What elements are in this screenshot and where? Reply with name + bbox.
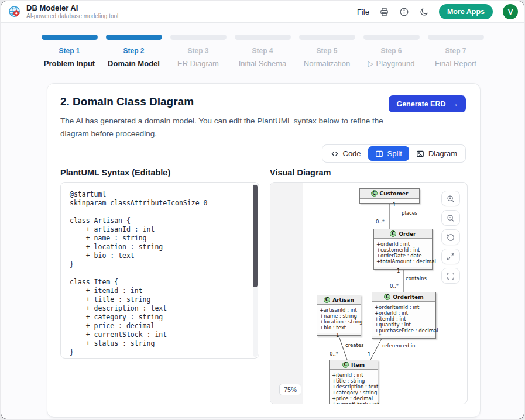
moon-icon[interactable] — [419, 7, 429, 17]
class-icon: C — [371, 190, 378, 197]
generate-erd-button[interactable]: Generate ERD → — [389, 95, 466, 112]
step-normalization[interactable]: Step 5 Normalization — [295, 35, 359, 68]
class-name: Item — [351, 362, 365, 368]
editor-scrollbar[interactable] — [253, 184, 258, 357]
class-attribute: +itemId : int — [375, 316, 433, 322]
app-logo-icon — [8, 5, 22, 19]
step-progress-bar — [299, 35, 355, 40]
class-name: Artisan — [332, 297, 354, 303]
zoom-out-icon — [447, 214, 455, 222]
class-attribute: +orderDate : date — [376, 253, 430, 259]
step-number: Step 2 — [123, 47, 144, 55]
image-icon — [416, 150, 424, 158]
class-attribute: +location : string — [320, 319, 358, 325]
class-attribute: +orderItemId : int — [375, 304, 433, 310]
relation-label: creates — [345, 342, 363, 348]
zoom-in-button[interactable] — [441, 191, 460, 206]
printer-icon[interactable] — [379, 7, 389, 17]
class-icon: C — [342, 362, 349, 368]
class-customer: C Customer — [359, 188, 420, 204]
avatar[interactable]: V — [503, 4, 518, 19]
class-attribute: +artisanId : int — [320, 307, 358, 313]
multiplicity: 1 — [397, 268, 400, 274]
diagram-panel: C Customer C Order +orderId : int +custo… — [270, 182, 468, 404]
class-attribute: +currentStock : int — [332, 401, 375, 404]
step-final-report[interactable]: Step 7 Final Report — [424, 35, 488, 68]
step-number: Step 5 — [316, 47, 337, 55]
class-name: OrderItem — [393, 294, 423, 300]
toggle-split-label: Split — [387, 149, 402, 158]
menu-file[interactable]: File — [357, 8, 369, 16]
class-attributes: +orderItemId : int +orderId : int +itemI… — [372, 302, 435, 336]
relation-label: referenced in — [382, 343, 415, 349]
plantuml-editor[interactable]: @startuml skinparam classAttributeIconSi… — [60, 182, 259, 359]
class-attribute: +purchasePrice : decimal — [375, 328, 433, 333]
class-attribute: +itemId : int — [332, 372, 375, 378]
info-icon[interactable] — [399, 7, 409, 17]
fit-view-button[interactable] — [441, 268, 460, 284]
step-label: ▷ Playground — [368, 59, 415, 68]
reset-view-button[interactable] — [441, 229, 460, 245]
class-attribute: +orderId : int — [375, 310, 433, 316]
step-number: Step 4 — [252, 47, 273, 55]
card-description: The AI has generated a domain model. You… — [60, 115, 400, 140]
fit-frame-icon — [447, 272, 455, 280]
class-name: Order — [399, 231, 416, 237]
class-header: C Artisan — [317, 295, 361, 305]
toggle-split[interactable]: Split — [368, 146, 409, 161]
zoom-out-button[interactable] — [441, 210, 460, 226]
play-icon: ▷ — [368, 59, 374, 68]
empty-compartment — [372, 336, 435, 338]
step-label: Problem Input — [44, 59, 95, 68]
toggle-code[interactable]: Code — [324, 146, 368, 161]
class-attribute: +totalAmount : decimal — [376, 259, 430, 264]
step-number: Step 3 — [187, 47, 208, 55]
step-initial-schema[interactable]: Step 4 Initial Schema — [231, 35, 295, 68]
multiplicity: 1 — [368, 352, 370, 357]
step-number: Step 6 — [380, 47, 402, 55]
step-label: Normalization — [304, 59, 350, 68]
class-header: C OrderItem — [372, 292, 435, 302]
arrow-right-icon: → — [451, 100, 459, 108]
class-attributes: +itemId : int +title : string +descripti… — [330, 370, 378, 404]
code-icon — [331, 150, 339, 158]
plantuml-code[interactable]: @startuml skinparam classAttributeIconSi… — [70, 190, 249, 357]
class-icon: C — [324, 297, 330, 303]
editor-scrollbar-thumb[interactable] — [253, 185, 258, 287]
step-number: Step 7 — [445, 47, 466, 55]
step-progress-bar — [235, 35, 291, 40]
class-header: C Order — [374, 229, 432, 239]
step-label-text: Playground — [376, 59, 415, 68]
step-problem-input[interactable]: Step 1 Problem Input — [37, 35, 102, 68]
step-progress-bar — [42, 35, 98, 40]
multiplicity: 0..* — [376, 219, 385, 225]
class-name: Customer — [380, 191, 409, 197]
rotate-ccw-icon — [447, 233, 455, 242]
view-toggle: Code Split Diagram — [322, 144, 466, 163]
empty-compartment — [374, 267, 432, 269]
class-attribute: +orderId : int — [376, 241, 430, 247]
multiplicity: 0..* — [330, 351, 338, 357]
fullscreen-button[interactable] — [441, 249, 460, 264]
app-header: DB Modeler AI AI-powered database modeli… — [1, 1, 524, 23]
class-attributes: +orderId : int +customerId : int +orderD… — [374, 239, 432, 267]
step-label: Final Report — [435, 59, 476, 68]
step-progress-bar — [106, 35, 162, 40]
more-apps-button[interactable]: More Apps — [439, 4, 493, 19]
class-order: C Order +orderId : int +customerId : int… — [373, 229, 433, 270]
class-icon: C — [384, 294, 390, 300]
step-progress-bar — [170, 35, 227, 40]
class-header: C Item — [330, 360, 378, 370]
relation-label: places — [402, 210, 417, 216]
toggle-diagram[interactable]: Diagram — [409, 146, 464, 161]
step-playground[interactable]: Step 6 ▷ Playground — [359, 35, 424, 68]
class-attribute: +title : string — [332, 378, 375, 384]
step-er-diagram[interactable]: Step 3 ER Diagram — [166, 35, 231, 68]
step-label: Initial Schema — [239, 59, 287, 68]
diagram-pane-title: Visual Diagram — [270, 168, 331, 177]
zoom-in-icon — [447, 195, 455, 203]
multiplicity: 1 — [393, 202, 396, 208]
step-domain-model[interactable]: Step 2 Domain Model — [102, 35, 166, 68]
multiplicity: * — [379, 333, 381, 339]
class-attribute: +description : text — [332, 384, 375, 390]
